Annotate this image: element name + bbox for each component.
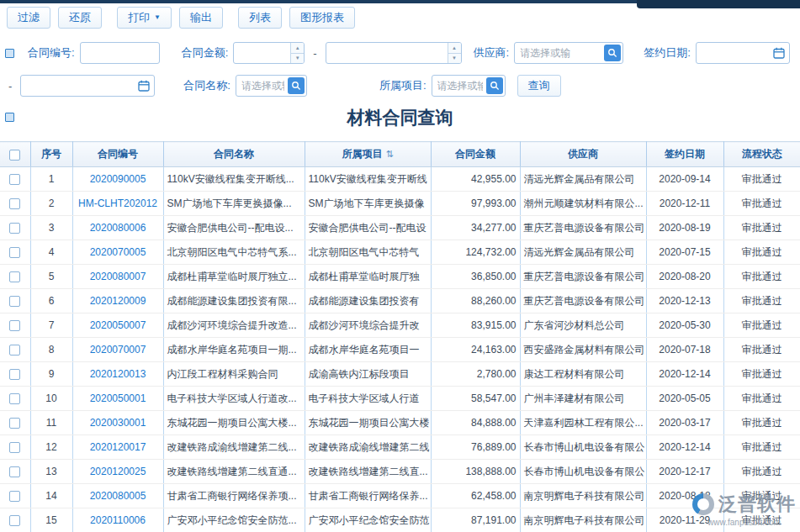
- table-row[interactable]: 15 2020110006 广安邓小平纪念馆安全防范... 广安邓小平纪念馆安全…: [0, 508, 800, 532]
- row-checkbox[interactable]: [9, 320, 20, 331]
- row-checkbox[interactable]: [9, 491, 20, 502]
- query-button[interactable]: 查询: [517, 75, 561, 97]
- print-button-label: 打印: [128, 10, 150, 25]
- header-sign-date-label: 签约日期: [665, 148, 705, 160]
- header-contract-no[interactable]: 合同编号: [72, 142, 163, 167]
- row-checkbox[interactable]: [9, 247, 20, 258]
- contract-no-link[interactable]: 2020110006: [90, 514, 146, 526]
- amount-cell: 88,260.00: [431, 289, 520, 313]
- row-checkbox-cell: [0, 265, 30, 289]
- header-amount[interactable]: 合同金额: [431, 142, 520, 167]
- row-checkbox[interactable]: [9, 418, 20, 429]
- chart-report-button[interactable]: 图形报表: [289, 7, 355, 29]
- header-sign-date[interactable]: 签约日期: [646, 142, 723, 167]
- table-row[interactable]: 9 2020120013 内江段工程材料采购合同 成渝高铁内江标段项目 2,78…: [0, 362, 800, 387]
- select-all-checkbox[interactable]: [9, 150, 20, 161]
- header-contract-name[interactable]: 合同名称: [163, 142, 305, 167]
- contract-no-link[interactable]: 2020120017: [90, 441, 146, 453]
- contract-no-link[interactable]: 2020120009: [90, 295, 146, 307]
- row-checkbox[interactable]: [9, 296, 20, 307]
- amount-cell: 42,955.00: [431, 167, 520, 192]
- table-row[interactable]: 12 2020120017 改建铁路成渝线增建第二线... 改建铁路成渝线增建第…: [0, 435, 800, 460]
- status-cell: 审批通过: [723, 192, 800, 216]
- step-down-icon[interactable]: ▼: [291, 53, 304, 64]
- date-range-dash: -: [8, 80, 12, 92]
- table-row[interactable]: 11 2020030001 东城花园一期项目公寓大楼... 东城花园一期项目公寓…: [0, 411, 800, 435]
- step-up-icon[interactable]: ▲: [291, 43, 304, 53]
- header-contract-name-label: 合同名称: [214, 148, 254, 160]
- amount-min-stepper[interactable]: ▲▼: [290, 43, 304, 63]
- contract-no-link[interactable]: 2020080006: [90, 222, 146, 234]
- search-icon[interactable]: [288, 77, 305, 94]
- header-status[interactable]: 流程状态: [723, 142, 800, 167]
- header-contract-no-label: 合同编号: [98, 148, 138, 160]
- step-down-icon[interactable]: ▼: [448, 53, 461, 64]
- print-button[interactable]: 打印 ▼: [117, 7, 172, 29]
- search-icon[interactable]: [486, 77, 503, 94]
- row-checkbox-cell: [0, 313, 30, 338]
- row-checkbox[interactable]: [9, 223, 20, 234]
- contract-no-link[interactable]: 2020080005: [90, 490, 146, 502]
- header-project[interactable]: 所属项目⇅: [305, 142, 431, 167]
- contract-no-link[interactable]: 2020080007: [90, 271, 146, 282]
- restore-button[interactable]: 还原: [58, 7, 102, 29]
- contract-no-link[interactable]: 2020070005: [90, 246, 146, 258]
- contract-no-cell: 2020120013: [72, 362, 163, 387]
- filter-button[interactable]: 过滤: [7, 7, 50, 29]
- table-row[interactable]: 4 2020070005 北京朝阳区电气中芯特气系... 北京朝阳区电气中芯特气…: [0, 240, 800, 265]
- row-checkbox[interactable]: [9, 515, 20, 526]
- list-view-button[interactable]: 列表: [238, 7, 282, 29]
- row-checkbox[interactable]: [9, 466, 20, 477]
- table-row[interactable]: 5 2020080007 成都杜甫草堂临时展厅独立... 成都杜甫草堂临时展厅独…: [0, 265, 800, 289]
- contract-no-link[interactable]: 2020070007: [90, 344, 146, 356]
- header-seq[interactable]: 序号: [30, 142, 72, 167]
- contract-no-link[interactable]: 2020120013: [90, 368, 146, 380]
- amount-max-input[interactable]: [326, 42, 462, 64]
- contract-name-cell: 电子科技大学区域人行道改...: [163, 387, 305, 411]
- table-row[interactable]: 8 2020070007 成都水岸华庭名苑项目一期... 成都水岸华庭名苑项目一…: [0, 338, 800, 362]
- search-icon[interactable]: [604, 45, 621, 61]
- contract-no-link[interactable]: HM-CLHT202012: [78, 198, 157, 209]
- table-row[interactable]: 14 2020080005 甘肃省工商银行网络保养项... 甘肃省工商银行网络保…: [0, 484, 800, 508]
- row-checkbox[interactable]: [9, 198, 20, 209]
- contract-no-link[interactable]: 2020050007: [90, 319, 146, 331]
- calendar-icon[interactable]: [771, 45, 787, 61]
- row-seq: 2: [30, 192, 72, 216]
- status-cell: 审批通过: [723, 508, 800, 532]
- amount-max-stepper[interactable]: ▲▼: [448, 43, 461, 63]
- header-supplier[interactable]: 供应商: [520, 142, 646, 167]
- contract-no-link[interactable]: 2020050001: [90, 392, 146, 404]
- table-row[interactable]: 1 2020090005 110kV安徽线程集变开断线... 110kV安徽线程…: [0, 167, 800, 192]
- table-row[interactable]: 3 2020080006 安徽合肥供电公司--配电设... 安徽合肥供电公司--…: [0, 216, 800, 240]
- project-cell: SM广场地下车库更换摄像: [305, 192, 431, 216]
- sign-date-cell: 2020-12-13: [646, 289, 723, 313]
- table-row[interactable]: 13 2020120025 改建铁路线增建第二线直通... 改建铁路线增建第二线…: [0, 460, 800, 484]
- contract-no-cell: 2020120009: [72, 289, 163, 313]
- row-seq: 5: [30, 265, 72, 289]
- project-cell: 成都水岸华庭名苑项目一: [305, 338, 431, 362]
- supplier-cell: 广州丰泽建材有限公司: [520, 387, 646, 411]
- calendar-icon[interactable]: [136, 78, 151, 93]
- contract-no-link[interactable]: 2020090005: [90, 173, 146, 185]
- step-up-icon[interactable]: ▲: [448, 43, 461, 53]
- amount-label: 合同金额:: [182, 45, 229, 61]
- export-button[interactable]: 输出: [179, 7, 223, 29]
- contract-no-link[interactable]: 2020120025: [90, 466, 146, 477]
- row-checkbox[interactable]: [9, 174, 20, 185]
- sign-date-label: 签约日期:: [644, 45, 691, 61]
- contract-no-link[interactable]: 2020030001: [90, 417, 146, 429]
- row-checkbox[interactable]: [9, 393, 20, 404]
- row-checkbox[interactable]: [9, 442, 20, 453]
- row-checkbox[interactable]: [9, 271, 20, 282]
- table-row[interactable]: 2 HM-CLHT202012 SM广场地下车库更换摄像... SM广场地下车库…: [0, 192, 800, 216]
- table-row[interactable]: 7 2020050007 成都沙河环境综合提升改造... 成都沙河环境综合提升改…: [0, 313, 800, 338]
- table-row[interactable]: 10 2020050001 电子科技大学区域人行道改... 电子科技大学区域人行…: [0, 387, 800, 411]
- row-checkbox[interactable]: [9, 369, 20, 380]
- row-checkbox[interactable]: [9, 345, 20, 356]
- table-row[interactable]: 6 2020120009 成都能源建设集团投资有限... 成都能源建设集团投资有…: [0, 289, 800, 313]
- amount-range-dash: -: [313, 47, 316, 60]
- sort-icon[interactable]: ⇅: [385, 149, 393, 159]
- contract-no-input[interactable]: [80, 42, 160, 64]
- sign-date-end-input[interactable]: [20, 75, 155, 97]
- status-cell: 审批通过: [723, 484, 800, 508]
